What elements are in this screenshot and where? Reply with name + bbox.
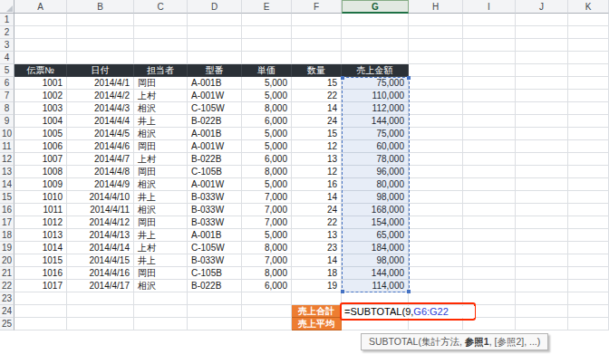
cell-G13[interactable]: 96,000: [342, 166, 409, 178]
cell-B12[interactable]: 2014/4/7: [67, 153, 134, 166]
cell-A7[interactable]: 1002: [14, 90, 67, 102]
cell-I8[interactable]: [463, 102, 516, 115]
cell-H14[interactable]: [409, 178, 463, 191]
row-header-6[interactable]: 6: [0, 77, 14, 90]
cell-A11[interactable]: 1006: [14, 140, 67, 153]
cell-F4[interactable]: [292, 52, 342, 64]
cell-B9[interactable]: 2014/4/4: [67, 115, 134, 128]
column-header-J[interactable]: J: [516, 0, 568, 14]
cell-A3[interactable]: [14, 39, 67, 52]
cell-H6[interactable]: [409, 77, 463, 90]
cell-J12[interactable]: [516, 153, 568, 166]
cell-E13[interactable]: 8,000: [242, 166, 292, 178]
cell-K5[interactable]: [568, 64, 609, 77]
cell-E19[interactable]: 8,000: [242, 242, 292, 254]
cell-K3[interactable]: [568, 39, 609, 52]
cell-I19[interactable]: [463, 242, 516, 254]
row-header-15[interactable]: 15: [0, 191, 14, 204]
cell-I3[interactable]: [463, 39, 516, 52]
column-header-A[interactable]: A: [14, 0, 67, 14]
cell-B8[interactable]: 2014/4/3: [67, 102, 134, 115]
row-header-23[interactable]: 23: [0, 292, 14, 305]
column-header-K[interactable]: K: [568, 0, 609, 14]
cell-D4[interactable]: [188, 52, 242, 64]
cell-G18[interactable]: 65,000: [342, 229, 409, 242]
cell-K11[interactable]: [568, 140, 609, 153]
cell-G19[interactable]: 184,000: [342, 242, 409, 254]
cell-C19[interactable]: 上村: [134, 242, 188, 254]
cell-B14[interactable]: 2014/4/9: [67, 178, 134, 191]
cell-J7[interactable]: [516, 90, 568, 102]
cell-E15[interactable]: 7,000: [242, 191, 292, 204]
cell-A22[interactable]: 1017: [14, 280, 67, 292]
cell-E1[interactable]: [242, 14, 292, 26]
cell-A23[interactable]: [14, 292, 67, 305]
cell-K18[interactable]: [568, 229, 609, 242]
column-header-D[interactable]: D: [188, 0, 242, 14]
cell-I4[interactable]: [463, 52, 516, 64]
cell-A1[interactable]: [14, 14, 67, 26]
cell-J22[interactable]: [516, 280, 568, 292]
cell-I20[interactable]: [463, 254, 516, 267]
cell-E12[interactable]: 6,000: [242, 153, 292, 166]
row-header-20[interactable]: 20: [0, 254, 14, 267]
cell-K24[interactable]: [568, 305, 609, 318]
cell-B6[interactable]: 2014/4/1: [67, 77, 134, 90]
cell-I5[interactable]: [463, 64, 516, 77]
column-header-C[interactable]: C: [134, 0, 188, 14]
cell-B1[interactable]: [67, 14, 134, 26]
cell-F19[interactable]: 23: [292, 242, 342, 254]
cell-C22[interactable]: 相沢: [134, 280, 188, 292]
cell-K7[interactable]: [568, 90, 609, 102]
cell-F3[interactable]: [292, 39, 342, 52]
cell-H15[interactable]: [409, 191, 463, 204]
column-header-F[interactable]: F: [292, 0, 342, 14]
cell-C15[interactable]: 井上: [134, 191, 188, 204]
cell-I14[interactable]: [463, 178, 516, 191]
tooltip-current-arg[interactable]: 参照1: [465, 336, 489, 347]
cell-C4[interactable]: [134, 52, 188, 64]
cell-D25[interactable]: [188, 318, 242, 330]
column-header-E[interactable]: E: [242, 0, 292, 14]
cell-F16[interactable]: 24: [292, 204, 342, 216]
cell-J16[interactable]: [516, 204, 568, 216]
cell-K9[interactable]: [568, 115, 609, 128]
cell-E16[interactable]: 7,000: [242, 204, 292, 216]
cell-H3[interactable]: [409, 39, 463, 52]
cell-C13[interactable]: 岡田: [134, 166, 188, 178]
cell-K17[interactable]: [568, 216, 609, 229]
cell-J9[interactable]: [516, 115, 568, 128]
cell-F23[interactable]: [292, 292, 342, 305]
cell-J4[interactable]: [516, 52, 568, 64]
column-header-I[interactable]: I: [463, 0, 516, 14]
cell-I17[interactable]: [463, 216, 516, 229]
cell-B15[interactable]: 2014/4/10: [67, 191, 134, 204]
cell-B3[interactable]: [67, 39, 134, 52]
cell-J11[interactable]: [516, 140, 568, 153]
cell-K23[interactable]: [568, 292, 609, 305]
cell-H4[interactable]: [409, 52, 463, 64]
cell-E25[interactable]: [242, 318, 292, 330]
cell-C18[interactable]: 井上: [134, 229, 188, 242]
cell-C20[interactable]: 井上: [134, 254, 188, 267]
cell-G17[interactable]: 154,000: [342, 216, 409, 229]
cell-F10[interactable]: 15: [292, 128, 342, 140]
row-header-5[interactable]: 5: [0, 64, 14, 77]
cell-C5[interactable]: 担当者: [134, 64, 188, 77]
cell-H18[interactable]: [409, 229, 463, 242]
row-header-18[interactable]: 18: [0, 229, 14, 242]
cell-I16[interactable]: [463, 204, 516, 216]
cell-D8[interactable]: C-105W: [188, 102, 242, 115]
cell-G14[interactable]: 80,000: [342, 178, 409, 191]
cell-J17[interactable]: [516, 216, 568, 229]
cell-G2[interactable]: [342, 26, 409, 39]
cell-H12[interactable]: [409, 153, 463, 166]
cell-D17[interactable]: B-033W: [188, 216, 242, 229]
cell-C1[interactable]: [134, 14, 188, 26]
cell-A14[interactable]: 1009: [14, 178, 67, 191]
cell-G1[interactable]: [342, 14, 409, 26]
cell-G11[interactable]: 60,000: [342, 140, 409, 153]
cell-D10[interactable]: A-001B: [188, 128, 242, 140]
cell-B21[interactable]: 2014/4/16: [67, 267, 134, 280]
cell-A9[interactable]: 1004: [14, 115, 67, 128]
